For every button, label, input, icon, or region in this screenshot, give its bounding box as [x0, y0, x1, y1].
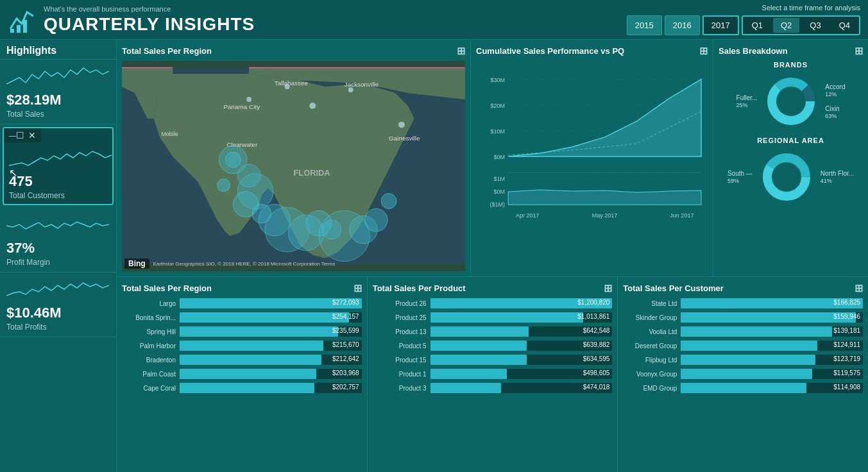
- bar-track: $639,882: [430, 341, 613, 351]
- svg-point-8: [309, 103, 316, 109]
- cixin-label: Cixin63%: [825, 105, 845, 119]
- svg-text:Gainesville: Gainesville: [389, 135, 420, 142]
- bar-fill: [180, 369, 316, 379]
- year-2016-button[interactable]: 2016: [665, 15, 700, 35]
- main-content: Highlights $28.19M Total Sales — ☐ ✕ ↖ 4…: [0, 40, 868, 472]
- q1-button[interactable]: Q1: [744, 18, 770, 33]
- table-row: EMD Group $114,908: [623, 383, 863, 393]
- header-subtitle: What's the overall business performance: [44, 5, 627, 13]
- year-2015-button[interactable]: 2015: [627, 15, 662, 35]
- bar-track: $254,157: [180, 312, 362, 323]
- map-panel: Total Sales Per Region ⊞: [117, 40, 471, 276]
- bing-label: Bing: [124, 258, 149, 269]
- header-icons: ☐ ✕: [16, 130, 36, 140]
- total-profits-value: $10.46M: [6, 305, 62, 321]
- bar-value: $166,825: [833, 299, 860, 306]
- svg-text:$0M: $0M: [494, 154, 506, 160]
- bar-value: $123,719: [833, 355, 860, 362]
- north-label: North Flor...41%: [821, 170, 854, 184]
- app-icon: [8, 6, 36, 34]
- svg-text:May 2017: May 2017: [592, 212, 618, 219]
- bar-value: $203,968: [332, 369, 359, 376]
- bar-value: $139,181: [833, 327, 860, 334]
- year-2017-button[interactable]: 2017: [702, 15, 739, 35]
- table-row: Palm Harbor $215,670: [122, 341, 362, 351]
- bar-track: $212,642: [180, 355, 362, 365]
- bar-track: $474,018: [430, 383, 613, 393]
- cumulative-expand-icon[interactable]: ⊞: [699, 45, 708, 57]
- bar-fill: [681, 369, 812, 379]
- customer-expand-icon[interactable]: ⊞: [855, 282, 863, 294]
- bar-label: Largo: [122, 300, 180, 307]
- sidebar-profit-margin: 37% Profit Margin: [0, 208, 116, 273]
- bar-label: Bradenton: [122, 357, 180, 364]
- svg-point-7: [246, 97, 251, 102]
- svg-point-9: [398, 122, 405, 128]
- content-top-row: Total Sales Per Region ⊞: [117, 40, 868, 277]
- bar-label: Voonyx Group: [623, 371, 681, 378]
- bar-label: Product 26: [373, 300, 430, 307]
- minimize-icon: ☐: [16, 130, 24, 140]
- sales-per-customer-panel: Total Sales Per Customer ⊞ State Ltd $16…: [618, 277, 868, 472]
- time-selector-label: Select a time frame for analysis: [762, 4, 860, 12]
- svg-point-29: [364, 208, 387, 232]
- regional-left-labels: South —59%: [728, 170, 753, 184]
- brands-section: BRANDS Fuller...25%: [719, 61, 863, 130]
- header: What's the overall business performance …: [0, 0, 868, 40]
- cumulative-chart: $30M $20M $10M $0M: [476, 61, 708, 271]
- table-row: Largo $272,093: [122, 298, 362, 308]
- svg-point-17: [225, 152, 241, 167]
- q4-button[interactable]: Q4: [831, 18, 858, 33]
- cursor-icon: ↖: [9, 167, 17, 179]
- svg-text:Jun 2017: Jun 2017: [670, 212, 694, 219]
- time-selector: Select a time frame for analysis 2015 20…: [627, 4, 860, 35]
- regional-section: REGIONAL AREA South —59%: [719, 137, 863, 206]
- map-credit: Earthstar Geographics SIO, © 2018 HERE, …: [153, 261, 336, 267]
- breakdown-expand-icon[interactable]: ⊞: [855, 45, 863, 57]
- table-row: State Ltd $166,825: [623, 298, 863, 308]
- product-bars: Product 26 $1,200,820 Product 25 $1,013,…: [373, 298, 613, 397]
- sidebar-total-customers: — ☐ ✕ ↖ 475 Total Customers: [3, 127, 114, 205]
- time-buttons: 2015 2016 2017 Q1 Q2 Q3 Q4: [627, 15, 860, 35]
- bar-label: Product 1: [373, 371, 430, 378]
- sidebar-total-sales: $28.19M Total Sales: [0, 60, 116, 124]
- bar-fill: [430, 326, 529, 337]
- cumulative-title-text: Cumulative Sales Performance vs PQ: [476, 46, 624, 56]
- bar-value: $498,605: [583, 369, 610, 376]
- map-svg: Tallahassee Jacksonville Panama City Gai…: [122, 61, 465, 271]
- map-expand-icon[interactable]: ⊞: [457, 45, 465, 57]
- bar-fill: [180, 383, 314, 393]
- q2-button[interactable]: Q2: [773, 18, 799, 33]
- svg-text:$20M: $20M: [491, 103, 506, 109]
- table-row: Product 5 $639,882: [373, 341, 613, 351]
- bar-label: Product 13: [373, 328, 430, 335]
- bar-value: $639,882: [583, 341, 610, 348]
- bar-track: $215,670: [180, 341, 362, 351]
- table-row: Bonita Sprin... $254,157: [122, 312, 362, 323]
- svg-text:$10M: $10M: [491, 128, 506, 135]
- svg-text:Mobile: Mobile: [161, 131, 178, 137]
- bar-fill: [681, 383, 806, 393]
- table-row: Product 13 $642,548: [373, 326, 613, 337]
- table-row: Voolia Ltd $139,181: [623, 326, 863, 337]
- breakdown-panel-title: Sales Breakdown ⊞: [719, 45, 863, 57]
- cumulative-panel: Cumulative Sales Performance vs PQ ⊞ $30…: [471, 40, 713, 276]
- q3-button[interactable]: Q3: [802, 18, 828, 33]
- table-row: Voonyx Group $119,575: [623, 369, 863, 379]
- product-title-text: Total Sales Per Product: [373, 283, 466, 293]
- window-dash: —: [9, 131, 16, 139]
- bar-label: State Ltd: [623, 300, 681, 307]
- bar-fill: [681, 326, 831, 337]
- close-icon: ✕: [28, 130, 36, 140]
- bar-track: $498,605: [430, 369, 613, 379]
- customer-bars: State Ltd $166,825 Skinder Group $159,94…: [623, 298, 863, 397]
- bar-track: $114,908: [681, 383, 863, 393]
- product-expand-icon[interactable]: ⊞: [604, 282, 612, 294]
- bar-value: $1,013,861: [577, 313, 609, 320]
- bar-fill: [180, 326, 338, 337]
- total-sales-label: Total Sales: [6, 110, 44, 119]
- bar-track: $202,757: [180, 383, 362, 393]
- region-expand-icon[interactable]: ⊞: [353, 282, 362, 294]
- sidebar-total-profits: $10.46M Total Profits: [0, 273, 116, 337]
- brands-title: BRANDS: [719, 61, 863, 69]
